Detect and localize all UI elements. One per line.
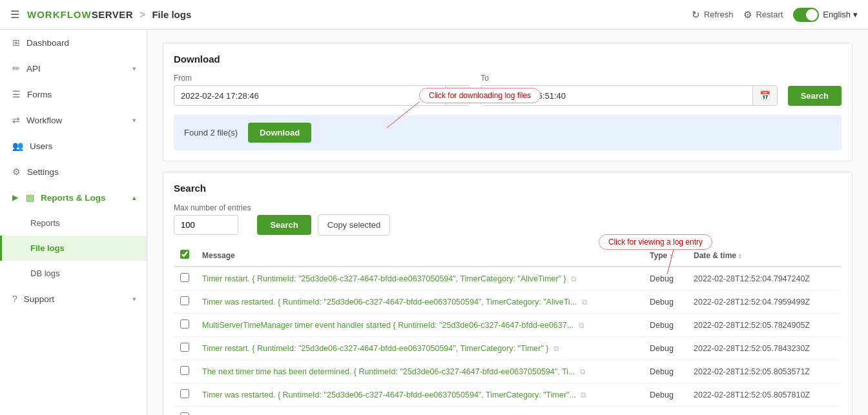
table-row: MultiServerTimeManager timer event handl… xyxy=(174,407,842,416)
copy-icon[interactable]: ⧉ xyxy=(580,367,586,376)
sidebar-item-users[interactable]: 👥 Users xyxy=(0,133,147,159)
search-button[interactable]: Search xyxy=(257,215,311,235)
language-toggle: English xyxy=(793,8,858,22)
search-controls: Max number of entries ▲ ▼ Search Copy se… xyxy=(174,203,842,236)
from-calendar-icon[interactable]: 📅 xyxy=(445,86,470,105)
sidebar-item-label: Reports xyxy=(30,218,60,228)
row-type: Debug xyxy=(643,360,687,383)
sidebar-item-label: File logs xyxy=(30,243,65,253)
found-files-container: Found 2 file(s) Download Click for downl… xyxy=(174,115,842,150)
api-icon: ✏ xyxy=(12,63,20,74)
chevron-down-icon xyxy=(132,116,136,125)
table-container: Click for viewing a log entry xyxy=(174,245,842,415)
log-table-body: Timer restart. { RuntimeId: "25d3de06-c3… xyxy=(174,267,842,415)
to-label: To xyxy=(480,74,777,83)
row-checkbox[interactable] xyxy=(180,412,189,415)
language-selector[interactable]: English xyxy=(823,10,858,19)
language-label: English xyxy=(823,10,851,19)
download-title: Download xyxy=(174,54,842,65)
row-message[interactable]: MultiServerTimeManager timer event handl… xyxy=(196,407,643,416)
max-entries-input[interactable] xyxy=(174,216,238,234)
sidebar-item-support[interactable]: ? Support xyxy=(0,286,147,312)
row-checkbox[interactable] xyxy=(180,296,189,305)
brand-workflow: WORKFLOW xyxy=(27,9,92,20)
max-entries-label: Max number of entries xyxy=(174,203,251,212)
toggle-knob xyxy=(806,9,818,21)
users-icon: 👥 xyxy=(12,141,23,151)
chevron-up-icon: ▴ xyxy=(132,194,136,202)
table-row: Timer was restarted. { RuntimeId: "25d3d… xyxy=(174,290,842,314)
type-header-label: Type xyxy=(650,251,667,260)
page-title: File logs xyxy=(152,9,191,20)
sidebar-item-settings[interactable]: ⚙ Settings xyxy=(0,159,147,185)
dashboard-icon: ⊞ xyxy=(12,37,20,48)
topbar: WORKFLOW SERVER > File logs Refresh Rest… xyxy=(0,0,868,30)
copy-icon[interactable]: ⧉ xyxy=(582,298,588,307)
row-date: 2022-02-28T12:52:05.7824905Z xyxy=(687,314,842,337)
row-message[interactable]: Timer restart. { RuntimeId: "25d3de06-c3… xyxy=(196,337,643,360)
sidebar-item-label: Forms xyxy=(27,90,52,99)
to-date-input[interactable] xyxy=(481,86,752,105)
sidebar-item-workflow[interactable]: ⇄ Workflow xyxy=(0,107,147,133)
row-checkbox-cell xyxy=(174,360,196,383)
restart-button[interactable]: Restart xyxy=(743,9,783,21)
sidebar-item-reports[interactable]: Reports xyxy=(0,210,147,236)
row-date: 2022-02-28T12:52:04.7959499Z xyxy=(687,290,842,314)
toggle-switch[interactable] xyxy=(793,8,819,22)
sidebar-item-label: API xyxy=(26,64,41,74)
sidebar-item-label: Dashboard xyxy=(26,38,69,48)
message-header: Message xyxy=(196,245,643,267)
sidebar-item-label: DB logs xyxy=(30,268,60,278)
download-section: Download From 📅 To 📅 Search xyxy=(163,43,852,161)
from-label: From xyxy=(174,74,470,83)
from-date-input[interactable] xyxy=(174,86,445,105)
sidebar-item-reports-logs[interactable]: ▶ ▤ Reports & Logs ▴ xyxy=(0,185,147,210)
date-sort-icon: ↕ xyxy=(738,252,741,259)
sidebar: ⊞ Dashboard ✏ API ☰ Forms ⇄ Workflow 👥 U… xyxy=(0,30,147,415)
refresh-button[interactable]: Refresh xyxy=(692,9,734,21)
chevron-down-icon xyxy=(132,295,136,303)
type-header[interactable]: Type ↕ xyxy=(643,245,687,267)
row-type: Debug xyxy=(643,337,687,360)
row-checkbox[interactable] xyxy=(180,319,189,329)
row-message[interactable]: Timer was restarted. { RuntimeId: "25d3d… xyxy=(196,383,643,407)
row-checkbox[interactable] xyxy=(180,273,189,282)
row-checkbox[interactable] xyxy=(180,343,189,352)
log-table: Message Type ↕ Date & time ↕ xyxy=(174,245,842,415)
found-row: Found 2 file(s) Download xyxy=(174,115,842,150)
row-checkbox[interactable] xyxy=(180,389,189,398)
sidebar-item-forms[interactable]: ☰ Forms xyxy=(0,81,147,107)
brand-server: SERVER xyxy=(92,9,133,20)
search-section: Search Max number of entries ▲ ▼ Search … xyxy=(163,172,852,415)
row-message[interactable]: MultiServerTimeManager timer event handl… xyxy=(196,314,643,337)
copy-icon[interactable]: ⧉ xyxy=(581,390,586,400)
refresh-label: Refresh xyxy=(704,10,734,19)
date-header[interactable]: Date & time ↕ xyxy=(687,245,842,267)
sidebar-item-dashboard[interactable]: ⊞ Dashboard xyxy=(0,30,147,56)
sidebar-item-db-logs[interactable]: DB logs xyxy=(0,261,147,286)
sidebar-item-file-logs[interactable]: File logs xyxy=(0,236,147,261)
copy-icon[interactable]: ⧉ xyxy=(571,274,577,283)
row-message[interactable]: Timer restart. { RuntimeId: "25d3de06-c3… xyxy=(196,267,643,290)
row-message[interactable]: Timer was restarted. { RuntimeId: "25d3d… xyxy=(196,290,643,314)
from-date-input-wrap: 📅 xyxy=(174,85,470,106)
topbar-actions: Refresh Restart English xyxy=(692,8,858,22)
select-all-header xyxy=(174,245,196,267)
table-row: Timer was restarted. { RuntimeId: "25d3d… xyxy=(174,383,842,407)
row-message[interactable]: The next timer time has been determined.… xyxy=(196,360,643,383)
to-calendar-icon[interactable]: 📅 xyxy=(752,86,777,105)
sidebar-item-label: Reports & Logs xyxy=(41,193,106,203)
copy-icon[interactable]: ⧉ xyxy=(579,321,584,330)
copy-icon[interactable]: ⧉ xyxy=(553,344,559,353)
copy-selected-button[interactable]: Copy selected xyxy=(318,214,390,236)
sidebar-item-api[interactable]: ✏ API xyxy=(0,56,147,81)
row-checkbox[interactable] xyxy=(180,366,189,375)
support-icon: ? xyxy=(12,294,17,304)
to-date-group: To 📅 xyxy=(480,74,777,106)
select-all-checkbox[interactable] xyxy=(180,250,189,259)
sidebar-item-label: Support xyxy=(24,294,54,304)
row-date: 2022-02-28T12:52:04.7947240Z xyxy=(687,267,842,290)
download-button[interactable]: Download xyxy=(248,123,311,143)
download-search-button[interactable]: Search xyxy=(788,86,842,106)
menu-icon[interactable] xyxy=(10,8,19,21)
